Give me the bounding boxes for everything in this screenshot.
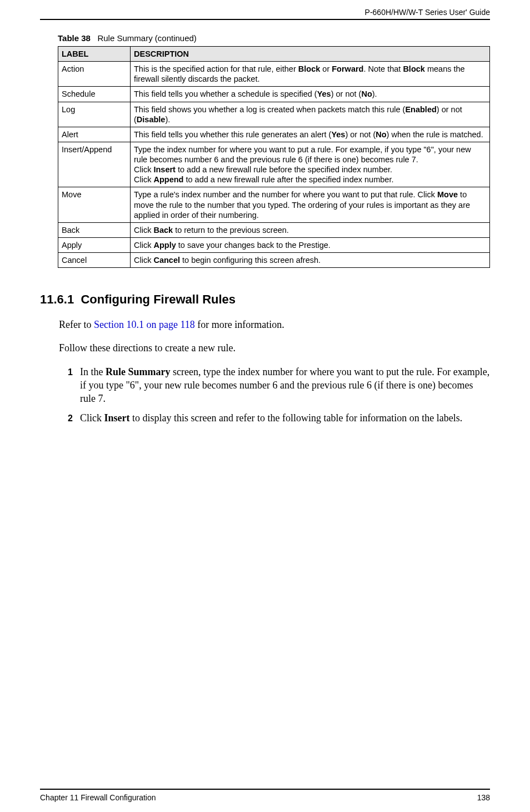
cross-reference-link[interactable]: Section 10.1 on page 118 (94, 319, 195, 330)
row-desc: This field tells you whether this rule g… (131, 127, 490, 142)
page-header: P-660H/HW/W-T Series User' Guide (40, 8, 490, 20)
row-label: Back (58, 222, 131, 237)
step-number: 2 (68, 412, 73, 425)
row-desc: Click Back to return to the previous scr… (131, 222, 490, 237)
row-label: Cancel (58, 253, 131, 268)
table-row: Move Type a rule's index number and the … (58, 187, 490, 222)
row-desc: Type a rule's index number and the numbe… (131, 187, 490, 222)
row-desc: This field tells you whether a schedule … (131, 87, 490, 102)
chapter-title: Chapter 11 Firewall Configuration (40, 793, 156, 802)
row-label: Action (58, 62, 131, 87)
row-desc: This field shows you whether a log is cr… (131, 102, 490, 127)
page-footer: Chapter 11 Firewall Configuration 138 (40, 789, 490, 802)
section-intro: Refer to Section 10.1 on page 118 for mo… (59, 318, 490, 331)
table-row: Apply Click Apply to save your changes b… (58, 237, 490, 252)
step-list: 1 In the Rule Summary screen, type the i… (80, 365, 490, 425)
guide-title: P-660H/HW/W-T Series User' Guide (365, 8, 490, 17)
row-desc: Type the index number for where you want… (131, 142, 490, 187)
table-row: Alert This field tells you whether this … (58, 127, 490, 142)
table-row: Schedule This field tells you whether a … (58, 87, 490, 102)
col-header-label: LABEL (58, 47, 131, 62)
table-row: Back Click Back to return to the previou… (58, 222, 490, 237)
row-desc: Click Apply to save your changes back to… (131, 237, 490, 252)
row-label: Insert/Append (58, 142, 131, 187)
table-header-row: LABEL DESCRIPTION (58, 47, 490, 62)
col-header-description: DESCRIPTION (131, 47, 490, 62)
section-heading: 11.6.1 Configuring Firewall Rules (40, 292, 490, 307)
table-caption: Table 38 Rule Summary (continued) (58, 33, 490, 43)
table-row: Insert/Append Type the index number for … (58, 142, 490, 187)
table-number: Table 38 (58, 33, 91, 43)
row-desc: This is the specified action for that ru… (131, 62, 490, 87)
row-label: Move (58, 187, 131, 222)
section-follow: Follow these directions to create a new … (59, 341, 490, 355)
row-desc: Click Cancel to begin configuring this s… (131, 253, 490, 268)
rule-summary-table: LABEL DESCRIPTION Action This is the spe… (58, 46, 490, 268)
table-caption-text: Rule Summary (continued) (97, 33, 196, 43)
row-label: Log (58, 102, 131, 127)
table-row: Action This is the specified action for … (58, 62, 490, 87)
table-row: Cancel Click Cancel to begin configuring… (58, 253, 490, 268)
page-content: Table 38 Rule Summary (continued) LABEL … (40, 33, 490, 430)
list-item: 2 Click Insert to display this screen an… (80, 411, 490, 425)
section-title: Configuring Firewall Rules (81, 292, 236, 306)
table-row: Log This field shows you whether a log i… (58, 102, 490, 127)
step-number: 1 (68, 366, 73, 378)
page-number: 138 (477, 793, 490, 802)
section-number: 11.6.1 (40, 292, 74, 306)
row-label: Schedule (58, 87, 131, 102)
row-label: Alert (58, 127, 131, 142)
list-item: 1 In the Rule Summary screen, type the i… (80, 365, 490, 406)
row-label: Apply (58, 237, 131, 252)
